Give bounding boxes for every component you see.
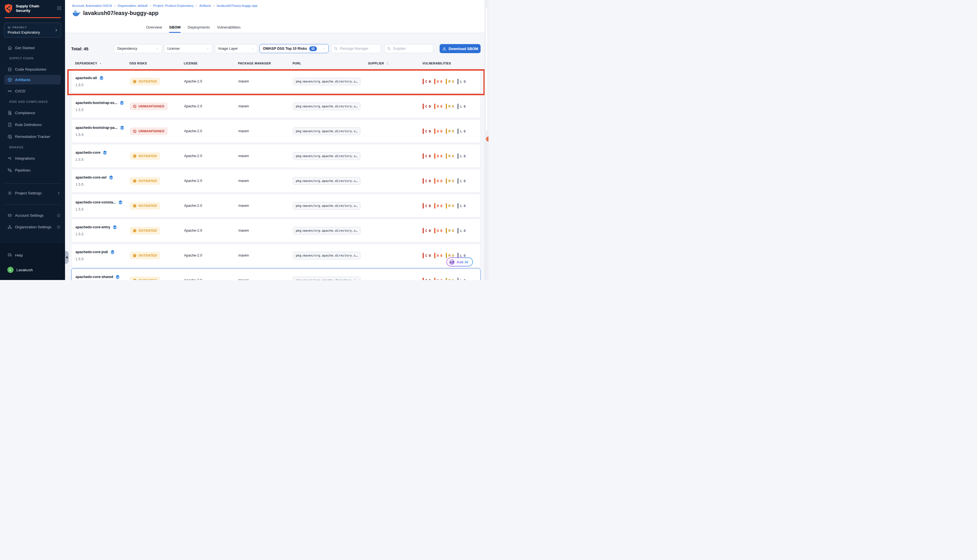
package-manager-value: maven [238,154,293,158]
chevron-down-icon [156,47,159,50]
vuln-c-count: C0 [423,228,431,233]
home-icon [7,45,12,50]
license-value: Apache-2.0 [184,228,238,233]
breadcrumb-artifacts[interactable]: Artifacts [199,4,211,7]
package-manager-search-input[interactable] [331,44,381,53]
dependency-version: 1.5.5 [75,207,130,211]
purl-value[interactable]: pkg:maven/org.apache.directory.s… [293,277,361,280]
sidebar-item-label: Remediation Tracker [15,135,50,139]
purl-value[interactable]: pkg:maven/org.apache.directory.s… [293,202,361,210]
project-selector[interactable]: PROJECT Product Exploratory [4,23,61,38]
sidebar-item-organization-settings[interactable]: Organization Settings [0,222,65,232]
tab-deployments[interactable]: Deployments [188,25,210,33]
table-row[interactable]: apacheds-bootstrap-pa... 1.5.5 UNMAINTAI… [71,119,481,143]
tab-sbom[interactable]: SBOM [169,25,180,33]
purl-value[interactable]: pkg:maven/org.apache.directory.s… [293,152,361,160]
table-row[interactable]: apacheds-core-entry 1.5.5 OUTDATED Apach… [71,219,481,242]
breadcrumb: Account: Automation-SSCA› Organization: … [65,0,489,8]
project-meta: PROJECT Product Exploratory [8,26,55,35]
purl-value[interactable]: pkg:maven/org.apache.directory.s… [293,78,361,85]
breadcrumb-separator: › [150,4,151,8]
purl-value[interactable]: pkg:maven/org.apache.directory.s… [293,127,361,135]
tab-vulnerabilities[interactable]: Vulnerabilities [217,25,241,33]
vuln-h-count: H0 [434,203,443,208]
ai-mascot-icon [449,259,454,265]
project-name: Product Exploratory [8,30,55,35]
sidebar-item-account-settings[interactable]: Account Settings [0,210,65,220]
info-icon[interactable] [57,213,60,217]
user-menu[interactable]: L Lavakush [0,265,65,275]
avatar: L [7,267,13,273]
oss-risk-label: OUTDATED [139,254,157,257]
table-row[interactable]: apacheds-core 1.5.5 OUTDATED Apache-2.0 [71,144,481,168]
oss-risk-label: OUTDATED [139,204,157,207]
sidebar-item-project-settings[interactable]: Project Settings [0,188,65,198]
sidebar-item-help[interactable]: ? Help [0,250,65,260]
scrollbar-thumb[interactable] [485,7,488,131]
vuln-l-count: L0 [458,203,466,208]
table-row[interactable]: apacheds-core-jndi 1.5.5 OUTDATED Apache… [71,243,481,267]
owasp-filter-select[interactable]: OWASP OSS Top 10 Risks 02 [259,44,329,53]
chevron-right-icon [57,191,60,195]
clock-icon [133,229,137,233]
download-sbom-button[interactable]: Download SBOM [439,44,481,53]
sidebar-item-compliance[interactable]: Compliance [0,108,65,118]
tab-overview[interactable]: Overview [146,25,162,33]
breadcrumb-separator: › [114,4,115,8]
ask-ai-button[interactable]: Ask AI [446,257,473,267]
purl-value[interactable]: pkg:maven/org.apache.directory.s… [293,177,361,185]
layers-icon [118,200,123,205]
sidebar-item-get-started[interactable]: Get Started [0,43,65,53]
download-sbom-label: Download SBOM [449,47,478,51]
info-icon[interactable] [57,225,60,229]
sidebar-item-remediation-tracker[interactable]: Remediation Tracker [0,132,65,141]
column-header-dependency[interactable]: DEPENDENCY [75,62,129,65]
sidebar-item-label: Compliance [15,111,35,115]
purl-value[interactable]: pkg:maven/org.apache.directory.s… [293,227,361,235]
purl-value[interactable]: pkg:maven/org.apache.directory.s… [293,103,361,110]
sidebar-item-artifacts[interactable]: Artifacts [4,75,61,85]
sidebar-item-rule-definitions[interactable]: Rule Definitions [0,120,65,129]
oss-risk-cell: OUTDATED [130,152,184,160]
sidebar-footer: ? Help L Lavakush [0,244,65,280]
chevron-down-icon [251,47,254,50]
sidebar-collapse-handle[interactable] [65,251,69,264]
sidebar-item-code-repositories[interactable]: Code Repositories [0,64,65,74]
column-header-supplier[interactable]: SUPPLIER [368,62,423,65]
oss-risk-label: OUTDATED [139,278,157,280]
purl-value[interactable]: pkg:maven/org.apache.directory.s… [293,252,361,259]
table-row[interactable]: apacheds-core-shared 1.5.5 OUTDATED Apac… [71,268,481,280]
help-chat-icon: ? [7,253,12,258]
account-layers-icon [7,213,12,218]
sidebar-item-cicd[interactable]: CI/CD [0,86,65,96]
column-header-package-manager: PACKAGE MANAGER [238,62,292,65]
license-filter-select[interactable]: License [164,44,212,53]
breadcrumb-artifact-name[interactable]: lavakush07/easy-buggy-app [217,4,257,7]
supplier-search-input[interactable] [384,44,433,53]
table-row[interactable]: apacheds-core-consta... 1.5.5 OUTDATED A… [71,194,481,218]
image-layer-filter-select[interactable]: Image Layer [215,44,257,53]
sort-descending-icon[interactable] [99,62,102,65]
dependency-name: apacheds-bootstrap-pa... [75,126,118,130]
vuln-c-count: C0 [423,253,431,258]
app-grid-icon[interactable] [57,6,62,10]
breadcrumb-organization[interactable]: Organization: default [118,4,147,7]
sidebar-item-label: Code Repositories [15,67,46,72]
vulnerability-counts: C0H0M0L0 [423,178,480,183]
integrations-icon [7,156,12,161]
sort-both-icon[interactable] [386,62,389,65]
table-row[interactable]: apacheds-core-avl 1.5.5 OUTDATED Apache-… [71,169,481,193]
oss-risk-cell: UNMAINTAINED [130,103,184,110]
breadcrumb-project[interactable]: Project: Product Exploratory [153,4,194,7]
vuln-h-count: H0 [434,79,443,84]
clock-icon [133,179,137,183]
sidebar-item-pipelines[interactable]: Pipelines [0,165,65,175]
vuln-m-count: M0 [446,203,454,208]
package-manager-value: maven [238,129,293,133]
breadcrumb-account[interactable]: Account: Automation-SSCA [72,4,112,7]
table-row[interactable]: apacheds-all 1.5.5 OUTDATED Apache-2.0 [71,70,481,93]
vuln-h-count: H0 [434,128,443,134]
table-row[interactable]: apacheds-bootstrap-ex... 1.5.5 UNMAINTAI… [71,94,481,118]
dependency-filter-select[interactable]: Dependency [114,44,162,53]
sidebar-item-integrations[interactable]: Integrations [0,153,65,163]
